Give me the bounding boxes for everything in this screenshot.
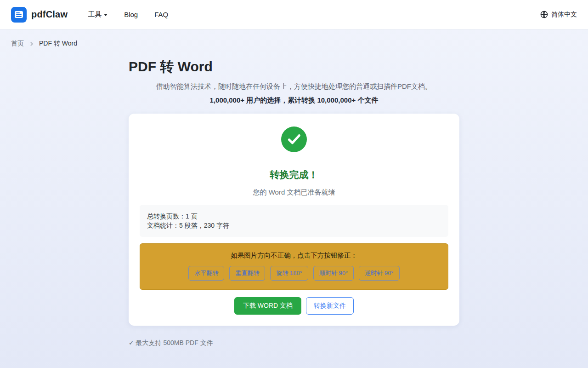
flip-horizontal-button[interactable]: 水平翻转: [188, 266, 224, 281]
nav-item-tools[interactable]: 工具: [88, 10, 107, 19]
chevron-down-icon: [104, 14, 107, 16]
flip-vertical-button[interactable]: 垂直翻转: [229, 266, 265, 281]
pdfclaw-logo-icon: [11, 7, 27, 23]
orientation-hint: 如果图片方向不正确，点击下方按钮修正：: [147, 251, 441, 260]
stats-content-line: 文档统计：5 段落，230 字符: [147, 221, 441, 230]
rotate-180-button[interactable]: 旋转 180°: [270, 266, 308, 281]
breadcrumb-home[interactable]: 首页: [11, 40, 24, 48]
page-title: PDF 转 Word: [129, 58, 459, 76]
success-check-icon: [281, 126, 307, 152]
convert-new-file-button[interactable]: 转换新文件: [306, 297, 354, 315]
nav-item-blog[interactable]: Blog: [124, 11, 138, 18]
rotate-ccw-90-button[interactable]: 逆时针 90°: [359, 266, 399, 281]
nav-item-tools-label: 工具: [88, 10, 102, 19]
orientation-buttons-row: 水平翻转 垂直翻转 旋转 180° 顺时针 90° 逆时针 90°: [147, 266, 441, 281]
language-label: 简体中文: [551, 11, 577, 19]
converter-section: PDF 转 Word 借助智能算法技术，随时随地在任何设备上，方便快捷地处理您的…: [129, 58, 459, 347]
orientation-fix-panel: 如果图片方向不正确，点击下方按钮修正： 水平翻转 垂直翻转 旋转 180° 顺时…: [140, 243, 448, 290]
globe-icon: [540, 11, 548, 18]
success-title: 转换完成！: [140, 168, 448, 181]
conversion-result-card: 转换完成！ 您的 Word 文档已准备就绪 总转换页数：1 页 文档统计：5 段…: [129, 114, 459, 326]
document-stats-box: 总转换页数：1 页 文档统计：5 段落，230 字符: [140, 205, 448, 237]
action-buttons-row: 下载 WORD 文档 转换新文件: [140, 297, 448, 315]
page-subtitle: 借助智能算法技术，随时随地在任何设备上，方便快捷地处理您的普通或扫描件PDF文档…: [129, 82, 459, 91]
nav-item-faq-label: FAQ: [154, 11, 168, 18]
navbar: pdfClaw 工具 Blog FAQ 简体中文: [0, 0, 588, 29]
nav-item-blog-label: Blog: [124, 11, 138, 18]
success-subtitle: 您的 Word 文档已准备就绪: [140, 188, 448, 197]
breadcrumb: 首页 PDF 转 Word: [0, 29, 588, 48]
breadcrumb-current: PDF 转 Word: [39, 40, 77, 48]
file-size-limit-note: ✓ 最大支持 500MB PDF 文件: [129, 339, 459, 347]
rotate-cw-90-button[interactable]: 顺时针 90°: [313, 266, 354, 281]
language-switcher[interactable]: 简体中文: [540, 11, 577, 19]
usage-stats-line: 1,000,000+ 用户的选择，累计转换 10,000,000+ 个文件: [129, 96, 459, 105]
stats-pages-line: 总转换页数：1 页: [147, 212, 441, 221]
nav-item-faq[interactable]: FAQ: [154, 11, 168, 18]
brand-name: pdfClaw: [31, 9, 68, 20]
download-word-button[interactable]: 下载 WORD 文档: [234, 297, 301, 315]
nav-links: 工具 Blog FAQ: [88, 10, 168, 19]
chevron-right-icon: [28, 41, 34, 47]
brand-logo[interactable]: pdfClaw: [11, 7, 68, 23]
